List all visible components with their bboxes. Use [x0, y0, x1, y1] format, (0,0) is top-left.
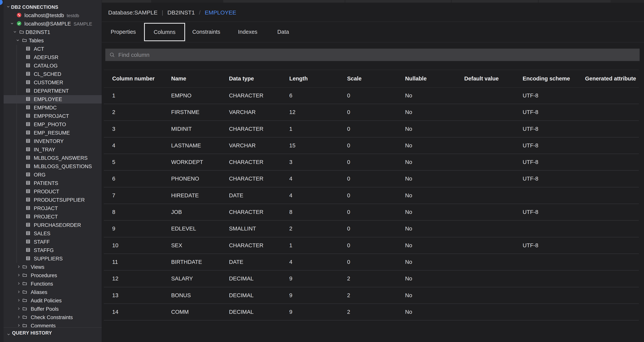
sidebar-item-emp-resume[interactable]: EMP_RESUME: [4, 129, 102, 137]
sidebar-item-staffg[interactable]: STAFFG: [4, 246, 102, 255]
cell-length: 1: [289, 237, 292, 254]
table-label: PROJACT: [34, 204, 58, 213]
breadcrumb-table[interactable]: EMPLOYEE: [205, 9, 236, 16]
sidebar-item-localhost-sample[interactable]: localhost@SAMPLESAMPLE: [4, 20, 102, 28]
query-history-section[interactable]: QUERY HISTORY: [4, 327, 102, 342]
cell-encoding-scheme: UTF-8: [523, 204, 538, 220]
chevron-down-icon: [16, 38, 20, 42]
sidebar-item-aliases[interactable]: Aliases: [4, 288, 102, 297]
tab-constraints[interactable]: Constraints: [185, 22, 228, 42]
app-logo-icon[interactable]: [0, 0, 3, 5]
cell-data-type: SMALLINT: [229, 221, 256, 237]
sidebar-item-localhost-testdb[interactable]: localhost@testdbtestdb: [4, 11, 102, 20]
sidebar-item-functions[interactable]: Functions: [4, 280, 102, 288]
connections-section-header[interactable]: DB2 CONNECTIONS: [4, 3, 102, 11]
sidebar-item-db2inst1[interactable]: DB2INST1: [4, 28, 102, 36]
sidebar-item-adefusr[interactable]: ADEFUSR: [4, 53, 102, 61]
sidebar-item-in-tray[interactable]: IN_TRAY: [4, 145, 102, 154]
sidebar-item-inventory[interactable]: INVENTORY: [4, 137, 102, 145]
sidebar-item-sales[interactable]: SALES: [4, 229, 102, 238]
sidebar-item-product[interactable]: PRODUCT: [4, 187, 102, 196]
sidebar-item-act[interactable]: ACT: [4, 45, 102, 53]
chevron-down-icon: [6, 4, 10, 9]
chevron-down-icon[interactable]: [6, 332, 11, 337]
sidebar-item-check-constraints[interactable]: Check Constraints: [4, 313, 102, 322]
chevron-right-icon: [16, 307, 21, 311]
chevron-right-icon: [16, 323, 21, 327]
breadcrumb-database[interactable]: Database:SAMPLE: [108, 9, 158, 16]
sidebar-item-audit-policies[interactable]: Audit Policies: [4, 297, 102, 305]
tab-properties[interactable]: Properties: [102, 22, 144, 42]
sidebar-item-views[interactable]: Views: [4, 263, 102, 271]
sidebar-item-comments[interactable]: Comments: [4, 322, 102, 327]
table-label: PRODUCTSUPPLIER: [34, 196, 85, 204]
folder-label: Check Constraints: [31, 313, 73, 322]
cell-length: 15: [289, 137, 296, 154]
table-label: PRODUCT: [34, 187, 59, 196]
table-body: 1EMPNOCHARACTER60NoUTF-82FIRSTNMEVARCHAR…: [104, 87, 639, 321]
table-label: DEPARTMENT: [34, 87, 69, 95]
cell-data-type: VARCHAR: [229, 104, 256, 120]
cell-name: WORKDEPT: [171, 154, 203, 170]
column-header-length: Length: [289, 70, 308, 87]
table-label: EMP_RESUME: [34, 129, 70, 137]
cell-data-type: DECIMAL: [229, 304, 254, 320]
tab-indexes[interactable]: Indexes: [228, 22, 268, 42]
cell-scale: 0: [347, 254, 350, 270]
table-row: 7HIREDATEDATE40No: [104, 187, 639, 204]
sidebar-item-suppliers[interactable]: SUPPLIERS: [4, 255, 102, 263]
breadcrumb-schema[interactable]: DB2INST1: [167, 9, 195, 16]
table-label: CL_SCHED: [34, 70, 61, 78]
table-icon: [26, 239, 30, 244]
sidebar-item-cl-sched[interactable]: CL_SCHED: [4, 70, 102, 78]
search-input[interactable]: [115, 49, 640, 61]
table-icon: [26, 147, 30, 152]
cell-nullable: No: [405, 221, 412, 237]
sidebar-item-tables[interactable]: Tables: [4, 36, 102, 45]
sidebar-item-procedures[interactable]: Procedures: [4, 271, 102, 280]
table-label: EMPPROJACT: [34, 112, 69, 120]
sidebar-item-buffer-pools[interactable]: Buffer Pools: [4, 305, 102, 313]
folder-icon: [22, 38, 27, 43]
sidebar-item-productsupplier[interactable]: PRODUCTSUPPLIER: [4, 196, 102, 204]
sidebar-item-projact[interactable]: PROJACT: [4, 204, 102, 213]
sidebar-item-customer[interactable]: CUSTOMER: [4, 78, 102, 87]
cell-name: COMM: [171, 304, 189, 320]
cell-column-number: 1: [112, 87, 115, 104]
table-label: MLBLOGS_QUESTIONS: [34, 162, 92, 171]
sidebar-item-mlblogs-questions[interactable]: MLBLOGS_QUESTIONS: [4, 162, 102, 171]
cell-data-type: CHARACTER: [229, 204, 263, 220]
tab-columns[interactable]: Columns: [144, 23, 185, 41]
table-row: 10SEXCHARACTER10NoUTF-8: [104, 237, 639, 254]
folder-icon: [22, 315, 27, 320]
cell-nullable: No: [405, 237, 412, 254]
sidebar-item-empmdc[interactable]: EMPMDC: [4, 103, 102, 112]
sidebar-item-staff[interactable]: STAFF: [4, 238, 102, 246]
sidebar-item-org[interactable]: ORG: [4, 171, 102, 179]
connection-db-suffix: testdb: [67, 13, 79, 18]
cell-nullable: No: [405, 304, 412, 320]
sidebar-item-emp-photo[interactable]: EMP_PHOTO: [4, 120, 102, 129]
table-row: 3MIDINITCHARACTER10NoUTF-8: [104, 121, 639, 137]
sidebar-item-project[interactable]: PROJECT: [4, 213, 102, 221]
sidebar-item-purchaseorder[interactable]: PURCHASEORDER: [4, 221, 102, 229]
table-icon: [26, 105, 30, 110]
tab-label: Data: [277, 29, 289, 35]
table-row: 12SALARYDECIMAL92No: [104, 271, 639, 287]
cell-scale: 2: [347, 304, 350, 320]
tab-data[interactable]: Data: [268, 22, 298, 42]
sidebar-item-employee[interactable]: EMPLOYEE: [4, 95, 102, 103]
tab-label: Indexes: [238, 29, 258, 35]
sidebar-item-empprojact[interactable]: EMPPROJACT: [4, 112, 102, 120]
cell-length: 1: [289, 121, 292, 137]
sidebar-item-department[interactable]: DEPARTMENT: [4, 87, 102, 95]
sidebar-item-catalog[interactable]: CATALOG: [4, 61, 102, 70]
cell-column-number: 10: [112, 237, 118, 254]
cell-length: 12: [289, 104, 296, 120]
tab-label: Columns: [154, 29, 175, 35]
cell-length: 2: [289, 221, 292, 237]
cell-nullable: No: [405, 104, 412, 120]
sidebar-item-mlblogs-answers[interactable]: MLBLOGS_ANSWERS: [4, 154, 102, 162]
sidebar-item-patients[interactable]: PATIENTS: [4, 179, 102, 187]
cell-data-type: VARCHAR: [229, 137, 256, 154]
